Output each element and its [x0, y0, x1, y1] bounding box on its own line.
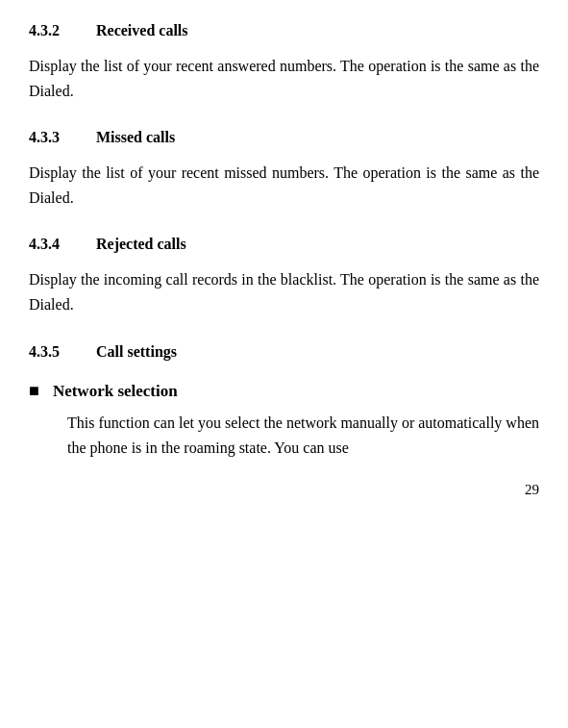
section-title-4-3-5: Call settings: [96, 340, 177, 364]
bullet-icon: ■: [29, 382, 39, 399]
section-title-4-3-4: Rejected calls: [96, 233, 186, 256]
section-heading-4-3-4: 4.3.4 Rejected calls: [29, 233, 539, 256]
section-body-4-3-2: Display the list of your recent answered…: [29, 54, 539, 103]
section-number-4-3-3: 4.3.3: [29, 126, 96, 149]
section-title-4-3-2: Received calls: [96, 19, 188, 42]
page-number: 29: [29, 479, 539, 501]
section-number-4-3-5: 4.3.5: [29, 340, 96, 364]
section-heading-4-3-2: 4.3.2 Received calls: [29, 19, 539, 42]
section-heading-4-3-3: 4.3.3 Missed calls: [29, 126, 539, 149]
section-number-4-3-2: 4.3.2: [29, 19, 96, 42]
bullet-title-network-selection: Network selection: [53, 379, 178, 404]
bullet-body-network-selection: This function can let you select the net…: [29, 411, 539, 460]
section-body-4-3-4: Display the incoming call records in the…: [29, 267, 539, 316]
section-number-4-3-4: 4.3.4: [29, 233, 96, 256]
section-heading-4-3-5: 4.3.5 Call settings: [29, 340, 539, 364]
section-title-4-3-3: Missed calls: [96, 126, 175, 149]
section-body-4-3-3: Display the list of your recent missed n…: [29, 161, 539, 210]
bullet-network-selection: ■ Network selection This function can le…: [29, 379, 539, 461]
